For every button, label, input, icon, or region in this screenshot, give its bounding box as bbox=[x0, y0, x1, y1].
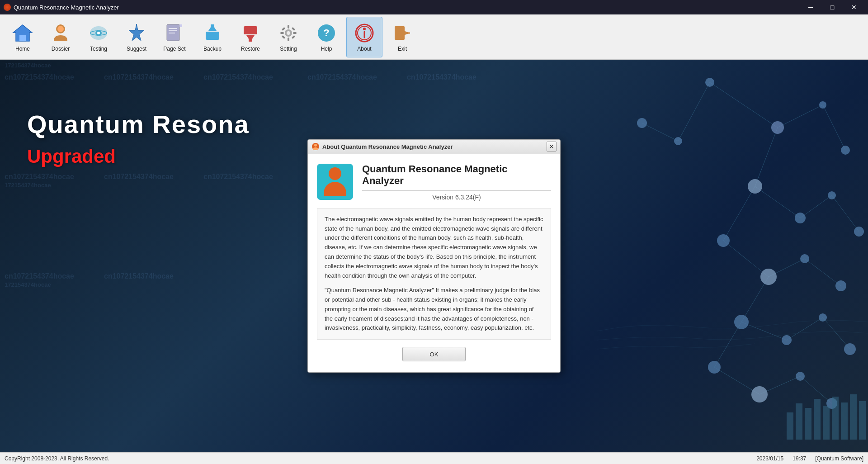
description-para2: "Quantum Resonance Magnetic Analyzer" It… bbox=[325, 286, 543, 333]
dialog-footer: OK bbox=[317, 347, 551, 363]
title-bar: Quantum Resonance Magnetic Analyzer ─ □ … bbox=[0, 0, 868, 14]
about-icon bbox=[354, 22, 375, 44]
dialog-title-icon bbox=[311, 142, 320, 151]
toolbar-home[interactable]: Home bbox=[5, 17, 41, 57]
dialog-content: Quantum Resonance Magnetic Analyzer Vers… bbox=[308, 154, 560, 373]
title-divider bbox=[362, 190, 551, 191]
svg-point-3 bbox=[57, 26, 64, 32]
svg-marker-8 bbox=[129, 24, 144, 41]
maximize-button[interactable]: □ bbox=[822, 0, 843, 14]
toolbar-exit[interactable]: Exit bbox=[384, 17, 420, 57]
dossier-icon bbox=[50, 22, 71, 44]
dialog-titlebar: About Quantum Resonance Magnetic Analyze… bbox=[308, 140, 560, 154]
svg-rect-28 bbox=[292, 27, 295, 30]
testing-label: Testing bbox=[90, 46, 107, 52]
svg-text:?: ? bbox=[323, 27, 329, 38]
toolbar-setting[interactable]: Setting bbox=[270, 17, 307, 57]
about-label: About bbox=[357, 46, 371, 52]
setting-label: Setting bbox=[280, 46, 297, 52]
dialog-header: Quantum Resonance Magnetic Analyzer Vers… bbox=[317, 163, 551, 201]
restore-icon bbox=[240, 22, 261, 44]
avatar-head bbox=[329, 167, 341, 180]
close-button[interactable]: ✕ bbox=[844, 0, 864, 14]
app-avatar bbox=[317, 164, 353, 200]
toolbar-help[interactable]: ? Help bbox=[308, 17, 344, 57]
help-icon: ? bbox=[316, 22, 337, 44]
svg-rect-29 bbox=[282, 35, 285, 38]
title-bar-left: Quantum Resonance Magnetic Analyzer bbox=[4, 4, 119, 11]
toolbar-backup[interactable]: Backup bbox=[194, 17, 231, 57]
svg-point-22 bbox=[287, 31, 290, 35]
app-name: Quantum Resonance Magnetic Analyzer bbox=[362, 163, 551, 187]
dialog-close-button[interactable]: ✕ bbox=[547, 142, 557, 152]
svg-rect-1 bbox=[19, 35, 26, 41]
help-label: Help bbox=[321, 46, 332, 52]
description-para1: The electromagnetic wave signals emitted… bbox=[325, 215, 543, 281]
suggest-icon bbox=[126, 22, 147, 44]
svg-rect-20 bbox=[249, 35, 252, 42]
svg-rect-37 bbox=[395, 26, 405, 40]
svg-rect-15 bbox=[206, 32, 219, 40]
svg-rect-18 bbox=[244, 26, 257, 34]
status-software: [Quantum Software] bbox=[815, 455, 863, 462]
toolbar-testing[interactable]: Testing bbox=[80, 17, 117, 57]
about-dialog: About Quantum Resonance Magnetic Analyze… bbox=[307, 139, 561, 373]
minimize-button[interactable]: ─ bbox=[800, 0, 821, 14]
dialog-title-text: About Quantum Resonance Magnetic Analyze… bbox=[322, 143, 453, 150]
toolbar-about[interactable]: About bbox=[346, 17, 382, 57]
pageset-icon bbox=[164, 22, 185, 44]
svg-rect-12 bbox=[169, 33, 175, 33]
backup-label: Backup bbox=[203, 46, 222, 52]
svg-rect-11 bbox=[169, 30, 177, 31]
svg-point-93 bbox=[314, 144, 317, 147]
svg-rect-30 bbox=[292, 35, 295, 38]
suggest-label: Suggest bbox=[127, 46, 146, 52]
svg-rect-27 bbox=[282, 27, 285, 30]
svg-point-6 bbox=[97, 32, 100, 34]
app-version: Version 6.3.24(F) bbox=[362, 194, 551, 201]
svg-rect-10 bbox=[169, 28, 177, 29]
backup-icon bbox=[202, 22, 223, 44]
copyright-text: CopyRight 2008-2023, All Rights Reserved… bbox=[5, 455, 109, 462]
window-controls: ─ □ ✕ bbox=[800, 0, 864, 14]
svg-rect-14 bbox=[179, 24, 182, 27]
restore-label: Restore bbox=[241, 46, 260, 52]
avatar-person bbox=[324, 167, 346, 196]
exit-label: Exit bbox=[398, 46, 407, 52]
home-icon bbox=[12, 22, 33, 44]
toolbar-pageset[interactable]: Page Set bbox=[156, 17, 193, 57]
ok-button[interactable]: OK bbox=[402, 347, 466, 361]
status-right: 2023/01/15 19:37 [Quantum Software] bbox=[756, 455, 863, 462]
pageset-label: Page Set bbox=[163, 46, 185, 52]
exit-icon bbox=[392, 22, 413, 44]
status-bar: CopyRight 2008-2023, All Rights Reserved… bbox=[0, 452, 868, 464]
setting-icon bbox=[278, 22, 299, 44]
svg-rect-25 bbox=[280, 32, 284, 34]
dialog-overlay: About Quantum Resonance Magnetic Analyze… bbox=[0, 60, 868, 452]
toolbar-dossier[interactable]: Dossier bbox=[42, 17, 79, 57]
svg-rect-23 bbox=[288, 25, 289, 28]
testing-icon bbox=[88, 22, 109, 44]
toolbar-suggest[interactable]: Suggest bbox=[118, 17, 155, 57]
app-icon bbox=[4, 4, 11, 11]
home-label: Home bbox=[15, 46, 30, 52]
dialog-title-section: Quantum Resonance Magnetic Analyzer Vers… bbox=[362, 163, 551, 201]
toolbar: Home Dossier Testing Sugge bbox=[0, 14, 868, 60]
svg-point-34 bbox=[363, 28, 366, 30]
avatar-body bbox=[324, 182, 346, 196]
dialog-title-area: About Quantum Resonance Magnetic Analyze… bbox=[311, 142, 453, 151]
dossier-label: Dossier bbox=[52, 46, 70, 52]
status-date: 2023/01/15 bbox=[756, 455, 783, 462]
dialog-description: The electromagnetic wave signals emitted… bbox=[317, 208, 551, 340]
status-time: 19:37 bbox=[793, 455, 806, 462]
svg-rect-17 bbox=[211, 24, 214, 31]
svg-rect-26 bbox=[293, 32, 297, 34]
window-title: Quantum Resonance Magnetic Analyzer bbox=[14, 4, 119, 11]
toolbar-restore[interactable]: Restore bbox=[232, 17, 269, 57]
svg-rect-24 bbox=[288, 38, 289, 41]
